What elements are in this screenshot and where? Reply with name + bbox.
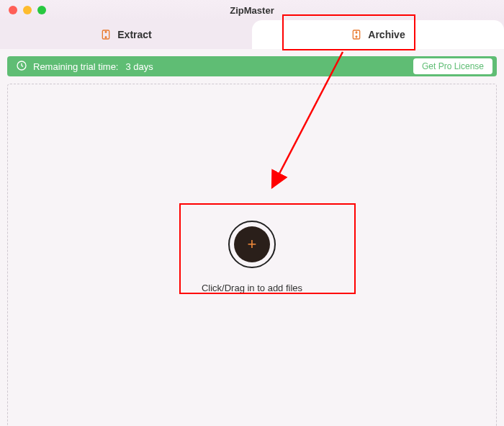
dropzone-center: + Click/Drag in to add files <box>202 221 302 293</box>
add-files-button[interactable]: + <box>228 221 276 268</box>
plus-icon: + <box>234 226 270 262</box>
close-icon[interactable] <box>9 6 17 14</box>
window-controls <box>9 6 46 14</box>
titlebar: ZipMaster <box>0 0 504 20</box>
app-title: ZipMaster <box>230 5 274 16</box>
tabbar: Extract Archive <box>0 20 504 49</box>
tab-extract-label: Extract <box>117 29 151 40</box>
minimize-icon[interactable] <box>23 6 32 14</box>
archive-icon <box>351 29 362 40</box>
tab-archive-label: Archive <box>368 29 405 40</box>
dropzone-text: Click/Drag in to add files <box>202 283 302 293</box>
fullscreen-icon[interactable] <box>37 6 46 14</box>
clock-icon <box>16 60 27 74</box>
tab-archive[interactable]: Archive <box>252 20 504 49</box>
trial-label: Remaining trial time: <box>33 61 119 72</box>
trial-value: 3 days <box>126 61 153 72</box>
dropzone[interactable]: + Click/Drag in to add files <box>7 84 497 426</box>
trial-banner: Remaining trial time: 3 days Get Pro Lic… <box>7 56 497 76</box>
tab-extract[interactable]: Extract <box>0 20 252 49</box>
get-pro-button[interactable]: Get Pro License <box>413 58 492 74</box>
extract-icon <box>100 29 112 40</box>
